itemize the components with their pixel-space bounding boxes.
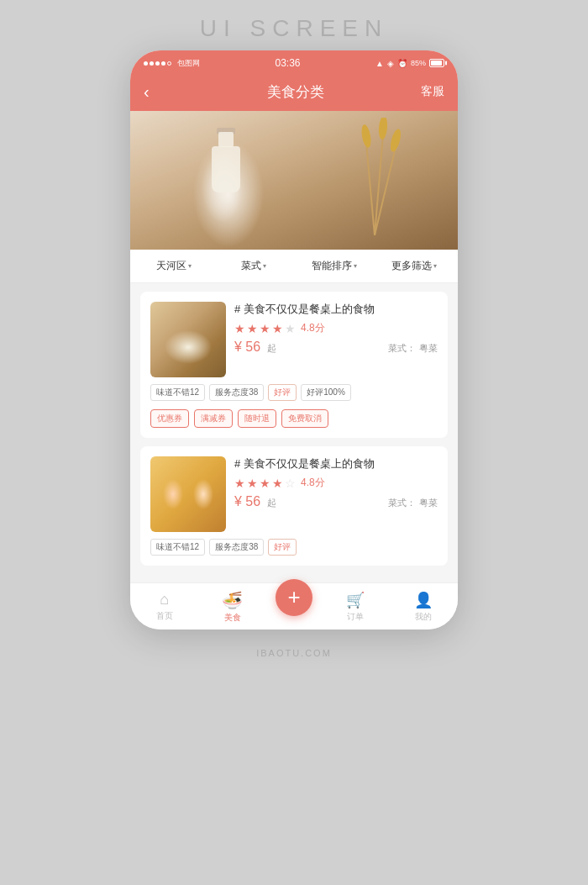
nav-profile-label: 我的 [415,611,432,623]
food-stars-1: ★ ★ ★ ★ ★ 4.8分 [234,321,438,335]
nav-bar: ‹ 美食分类 客服 [130,74,458,111]
hero-image-inner [130,111,458,250]
tag-2-0: 味道不错12 [150,539,205,556]
bottle-neck [218,132,234,147]
star-1-5: ★ [285,322,296,335]
alarm-icon: ⏰ [397,59,407,68]
carrier-label: 包图网 [177,58,200,69]
milk-bottle-decoration [209,125,243,192]
svg-point-5 [389,128,403,153]
filter-more-arrow: ▾ [433,262,437,270]
bottom-nav: ⌂ 首页 🍜 美食 + 🛒 订单 👤 我的 [130,582,458,630]
food-card-1: # 美食不仅仅是餐桌上的食物 ★ ★ ★ ★ ★ 4.8分 ¥ 56 起 [140,292,448,438]
filter-cuisine-label: 菜式 [241,259,261,273]
profile-icon: 👤 [414,591,433,609]
nav-item-orders[interactable]: 🛒 订单 [322,591,390,623]
star-2-5: ☆ [285,477,296,490]
food-thumb-2[interactable] [150,456,226,532]
filter-sort-arrow: ▾ [354,262,357,270]
star-1-4: ★ [272,322,283,335]
food-score-2: 4.8分 [301,476,325,490]
battery-percent: 85% [411,59,426,67]
coupon-1-3[interactable]: 免费取消 [281,409,328,428]
phone-frame: 包图网 03:36 ▲ ◈ ⏰ 85% ‹ 美食分类 客服 [130,50,458,630]
hero-banner [130,111,458,250]
tag-1-2: 好评 [268,384,297,401]
tags-row-1: 味道不错12 服务态度38 好评 好评100% [150,384,438,401]
cuisine-group-1: 菜式： 粤菜 [388,340,438,355]
filter-more[interactable]: 更多筛选 ▾ [375,250,455,282]
food-card-2-top: # 美食不仅仅是餐桌上的食物 ★ ★ ★ ★ ☆ 4.8分 ¥ 56 起 [150,456,438,532]
orders-icon: 🛒 [346,591,365,609]
food-price-2: ¥ 56 [234,494,260,508]
filter-sort[interactable]: 智能排序 ▾ [294,250,375,282]
price-from-2: 起 [267,498,276,508]
coupon-1-1[interactable]: 满减券 [194,409,233,428]
filter-district[interactable]: 天河区 ▾ [134,250,214,282]
food-thumb-1[interactable] [150,302,226,377]
filter-district-arrow: ▾ [188,262,192,270]
signal-dots [144,61,171,66]
nav-item-plus[interactable]: + [267,598,322,616]
filter-sort-label: 智能排序 [312,259,352,273]
status-left: 包图网 [144,58,200,69]
star-2-4: ★ [272,477,283,490]
coupon-1-0[interactable]: 优惠券 [150,409,189,428]
food-info-2: # 美食不仅仅是餐桌上的食物 ★ ★ ★ ★ ☆ 4.8分 ¥ 56 起 [234,456,438,532]
food-price-row-1: ¥ 56 起 菜式： 粤菜 [234,340,438,355]
food-info-1: # 美食不仅仅是餐桌上的食物 ★ ★ ★ ★ ★ 4.8分 ¥ 56 起 [234,302,438,377]
star-1-1: ★ [234,322,245,335]
tag-1-0: 味道不错12 [150,384,205,401]
nav-item-home[interactable]: ⌂ 首页 [130,591,198,622]
nav-item-food[interactable]: 🍜 美食 [198,590,266,624]
content-area: # 美食不仅仅是餐桌上的食物 ★ ★ ★ ★ ★ 4.8分 ¥ 56 起 [130,283,458,582]
tag-2-2: 好评 [268,539,297,556]
nav-orders-label: 订单 [347,611,364,623]
price-group-1: ¥ 56 起 [234,340,276,355]
plus-button[interactable]: + [276,579,312,616]
battery-icon [429,59,444,67]
tag-1-1: 服务态度38 [209,384,264,401]
status-time: 03:36 [276,57,301,69]
svg-point-3 [360,124,373,149]
watermark: IBAOTU.COM [256,648,332,658]
price-group-2: ¥ 56 起 [234,494,276,509]
dot5 [167,61,171,66]
filter-bar: 天河区 ▾ 菜式 ▾ 智能排序 ▾ 更多筛选 ▾ [130,250,458,283]
thumb-img-2 [150,456,226,532]
dot3 [155,61,160,66]
ui-screen-label: UI SCREEN [200,15,388,42]
nav-item-profile[interactable]: 👤 我的 [390,591,458,623]
star-2-2: ★ [247,477,258,490]
nav-home-label: 首页 [156,610,173,622]
food-cuisine-1: 粤菜 [419,343,438,353]
filter-more-label: 更多筛选 [391,259,432,273]
tags-row-2: 味道不错12 服务态度38 好评 [150,539,438,556]
battery-fill [431,61,442,66]
svg-line-0 [366,143,375,235]
cuisine-group-2: 菜式： 粤菜 [388,494,438,509]
star-2-3: ★ [260,477,270,490]
thumb-img-1 [150,302,226,377]
customer-service-button[interactable]: 客服 [421,84,444,99]
food-cuisine-label-2: 菜式： [388,498,416,508]
plus-icon: + [287,584,300,610]
wheat-decoration [324,118,425,235]
filter-cuisine[interactable]: 菜式 ▾ [214,250,295,282]
back-button[interactable]: ‹ [144,82,171,102]
food-price-row-2: ¥ 56 起 菜式： 粤菜 [234,494,438,509]
food-card-2: # 美食不仅仅是餐桌上的食物 ★ ★ ★ ★ ☆ 4.8分 ¥ 56 起 [140,446,448,566]
price-from-1: 起 [267,343,276,353]
food-stars-2: ★ ★ ★ ★ ☆ 4.8分 [234,476,438,490]
coupon-row-1: 优惠券 满减券 随时退 免费取消 [150,409,438,428]
coupon-1-2[interactable]: 随时退 [238,409,276,428]
wifi-icon: ▲ [375,59,384,68]
food-score-1: 4.8分 [301,321,325,335]
filter-district-label: 天河区 [156,259,186,273]
bottle-body [212,146,240,192]
food-cuisine-2: 粤菜 [419,498,438,508]
status-right: ▲ ◈ ⏰ 85% [375,59,444,68]
food-card-1-top: # 美食不仅仅是餐桌上的食物 ★ ★ ★ ★ ★ 4.8分 ¥ 56 起 [150,302,438,377]
food-price-1: ¥ 56 [234,340,260,354]
dot4 [161,61,165,66]
